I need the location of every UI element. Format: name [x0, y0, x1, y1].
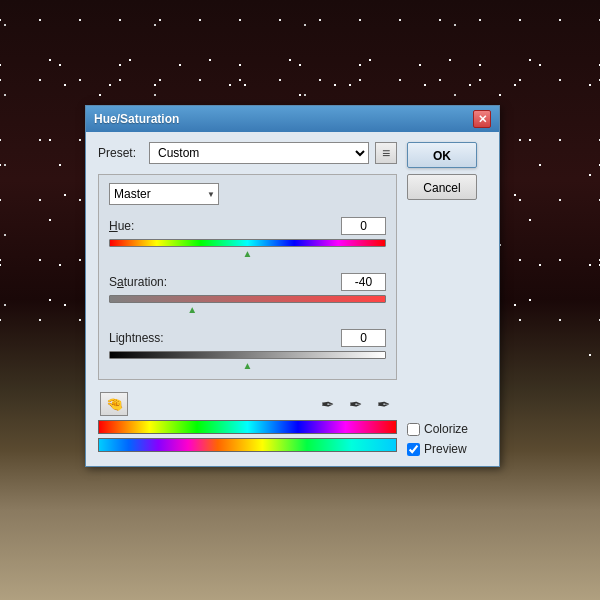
hue-track-container [109, 239, 386, 259]
lightness-label: Lightness: [109, 331, 164, 345]
right-panel: OK Cancel Colorize Preview [407, 142, 487, 456]
lightness-slider-row: Lightness: [109, 329, 386, 371]
saturation-header: Saturation: [109, 273, 386, 291]
lightness-track [109, 351, 386, 359]
dialog-body: Preset: Custom ≡ Master [86, 132, 499, 466]
saturation-thumb[interactable] [187, 305, 197, 315]
channel-select-wrapper: Master [109, 183, 219, 205]
lightness-header: Lightness: [109, 329, 386, 347]
shifted-hue-bar [98, 438, 397, 452]
hue-value-input[interactable] [341, 217, 386, 235]
hand-icon: 🤏 [106, 396, 123, 412]
color-bars [98, 420, 397, 452]
inner-panel: Master Hue: [98, 174, 397, 380]
channel-row: Master [109, 183, 386, 205]
ok-button[interactable]: OK [407, 142, 477, 168]
colorize-row: Colorize [407, 422, 487, 436]
saturation-label: Saturation: [109, 275, 167, 289]
eyedropper-add-button[interactable]: ✒ [343, 392, 367, 416]
colorize-label[interactable]: Colorize [424, 422, 468, 436]
title-bar: Hue/Saturation ✕ [86, 106, 499, 132]
hue-header: Hue: [109, 217, 386, 235]
eyedropper-remove-button[interactable]: ✒ [371, 392, 395, 416]
eyedropper-add-icon: ✒ [349, 395, 362, 414]
left-panel: Preset: Custom ≡ Master [98, 142, 397, 456]
hand-tool-button[interactable]: 🤏 [100, 392, 128, 416]
lightness-track-container [109, 351, 386, 371]
saturation-track [109, 295, 386, 303]
hue-thumb-container [109, 247, 386, 259]
preview-label[interactable]: Preview [424, 442, 467, 456]
saturation-value-input[interactable] [341, 273, 386, 291]
preset-row: Preset: Custom ≡ [98, 142, 397, 164]
hue-track [109, 239, 386, 247]
preset-select-wrapper: Custom [149, 142, 369, 164]
hue-thumb[interactable] [243, 249, 253, 259]
eyedropper-remove-icon: ✒ [377, 395, 390, 414]
eyedropper-icon: ✒ [321, 395, 334, 414]
lightness-value-input[interactable] [341, 329, 386, 347]
preset-select[interactable]: Custom [149, 142, 369, 164]
hue-saturation-dialog: Hue/Saturation ✕ Preset: Custom ≡ [85, 105, 500, 467]
preset-label: Preset: [98, 146, 143, 160]
eyedropper-group: ✒ ✒ ✒ [315, 392, 395, 416]
preview-checkbox[interactable] [407, 443, 420, 456]
dialog-title: Hue/Saturation [94, 112, 179, 126]
saturation-thumb-container [109, 303, 386, 315]
spacer [407, 206, 487, 416]
original-hue-bar [98, 420, 397, 434]
lightness-thumb-container [109, 359, 386, 371]
channel-select[interactable]: Master [109, 183, 219, 205]
cancel-button[interactable]: Cancel [407, 174, 477, 200]
hue-slider-row: Hue: [109, 217, 386, 259]
eyedropper-button[interactable]: ✒ [315, 392, 339, 416]
hue-label: Hue: [109, 219, 134, 233]
preset-options-button[interactable]: ≡ [375, 142, 397, 164]
inner-bottom: 🤏 ✒ ✒ ✒ [98, 388, 397, 416]
preview-row: Preview [407, 442, 487, 456]
saturation-track-container [109, 295, 386, 315]
colorize-checkbox[interactable] [407, 423, 420, 436]
saturation-slider-row: Saturation: [109, 273, 386, 315]
lightness-thumb[interactable] [243, 361, 253, 371]
close-button[interactable]: ✕ [473, 110, 491, 128]
